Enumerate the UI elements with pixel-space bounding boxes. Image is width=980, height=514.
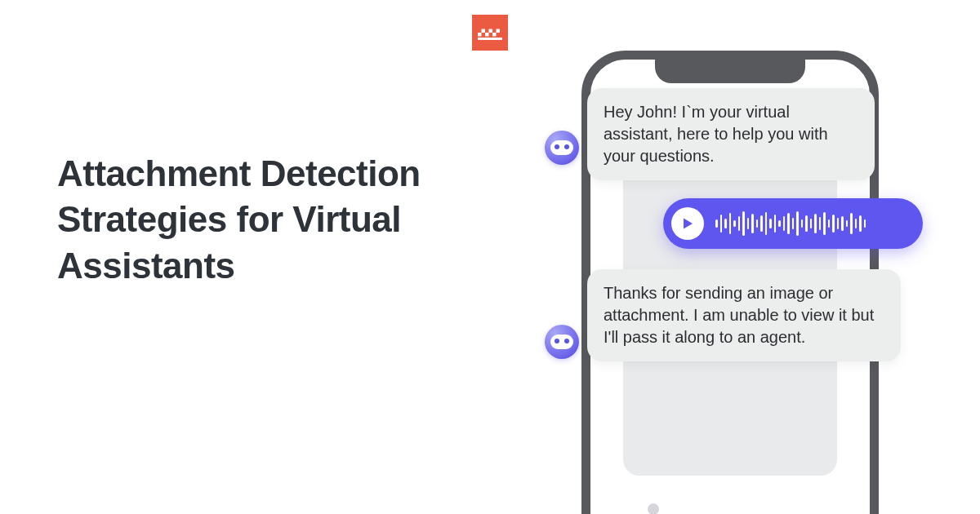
bot-avatar-icon — [545, 131, 579, 165]
svg-rect-2 — [485, 33, 489, 37]
hero-graphic: Attachment Detection Strategies for Virt… — [0, 0, 980, 514]
play-button[interactable] — [671, 207, 704, 240]
brand-logo-icon — [472, 15, 508, 51]
bot-avatar-icon — [545, 325, 579, 359]
svg-rect-1 — [482, 29, 486, 33]
svg-rect-5 — [497, 29, 501, 33]
audio-waveform — [715, 211, 866, 236]
svg-rect-4 — [492, 33, 497, 37]
bot-message-2: Thanks for sending an image or attachmen… — [587, 269, 901, 361]
bot-message-1: Hey John! I`m your virtual assistant, he… — [587, 88, 875, 180]
brand-mark-icon — [478, 24, 502, 42]
svg-rect-6 — [478, 38, 502, 40]
voice-message[interactable] — [663, 198, 923, 249]
page-title: Attachment Detection Strategies for Virt… — [57, 151, 482, 289]
svg-rect-0 — [478, 33, 482, 37]
typing-indicator-dot — [648, 503, 659, 514]
play-icon — [681, 217, 694, 230]
phone-notch — [655, 59, 805, 83]
svg-rect-3 — [489, 29, 493, 33]
